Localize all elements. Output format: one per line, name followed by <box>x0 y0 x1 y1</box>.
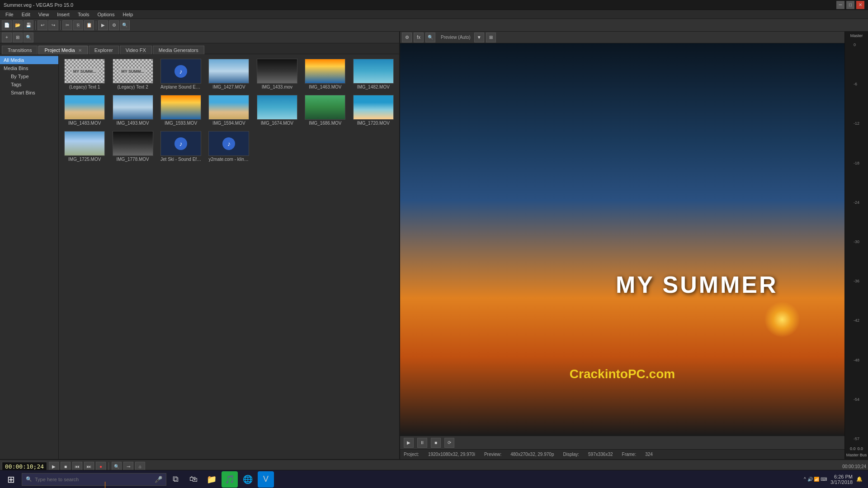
tree-item-media-bins[interactable]: Media Bins <box>0 64 58 72</box>
taskbar-app-vegas[interactable]: V <box>258 471 274 488</box>
media-item-img1725[interactable]: IMG_1725.MOV <box>62 130 107 163</box>
preview-toolbar: ⚙ fx 🔍 Preview (Auto) ▼ ⊞ <box>400 32 844 43</box>
preview-options-button[interactable]: ▼ <box>474 33 484 42</box>
preview-zoom-button[interactable]: 🔍 <box>425 33 435 42</box>
minimize-button[interactable]: ─ <box>836 1 844 9</box>
preview-grid-button[interactable]: ⊞ <box>486 33 496 42</box>
media-item-img1482[interactable]: IMG_1482.MOV <box>351 58 396 90</box>
media-thumb <box>113 95 153 120</box>
open-button[interactable]: 📂 <box>13 20 23 30</box>
media-thumb <box>257 95 297 120</box>
tree-item-smart-bins[interactable]: Smart Bins <box>0 89 58 97</box>
start-button[interactable]: ⊞ <box>2 470 20 488</box>
stop-button[interactable]: ■ <box>431 438 441 448</box>
properties-button[interactable]: ⚙ <box>109 20 119 30</box>
tab-transitions[interactable]: Transitions <box>2 46 38 54</box>
media-item-legacy-text1[interactable]: MY SUMM... (Legacy) Text 1 <box>62 58 107 90</box>
save-button[interactable]: 💾 <box>24 20 33 30</box>
media-toolbar: + ⊞ 🔍 <box>0 32 399 43</box>
tab-media-generators[interactable]: Media Generators <box>153 46 204 54</box>
media-item-jetski-sound[interactable]: ♪ Jet Ski - Sound Effects.mp3 <box>159 130 203 163</box>
menu-help[interactable]: Help <box>119 11 137 18</box>
tree-item-all-media[interactable]: All Media <box>0 56 58 64</box>
menu-tools[interactable]: Tools <box>74 11 93 18</box>
media-item-airplane-sound[interactable]: ♪ Airplane Sound Effect.mp3 <box>159 58 203 90</box>
menu-file[interactable]: File <box>2 11 17 18</box>
media-label: IMG_1593.MOV <box>165 121 197 126</box>
taskbar-app-task-view[interactable]: ⧉ <box>167 471 184 488</box>
menu-insert[interactable]: Insert <box>53 11 73 18</box>
close-button[interactable]: ✕ <box>856 1 864 9</box>
media-thumb <box>305 59 345 84</box>
zoom-button[interactable]: 🔍 <box>120 20 130 30</box>
media-item-img1593[interactable]: IMG_1593.MOV <box>159 94 203 127</box>
media-tb-add[interactable]: + <box>2 33 12 42</box>
preview-settings-button[interactable]: ⚙ <box>402 33 412 42</box>
tree-item-by-type[interactable]: By Type <box>0 72 58 80</box>
redo-button[interactable]: ↪ <box>48 20 58 30</box>
cut-button[interactable]: ✂ <box>62 20 72 30</box>
preview-info-label: Preview: <box>484 452 501 457</box>
media-tb-search[interactable]: 🔍 <box>24 33 33 42</box>
media-thumb <box>64 95 105 120</box>
undo-button[interactable]: ↩ <box>38 20 47 30</box>
right-container: ⚙ fx 🔍 Preview (Auto) ▼ ⊞ MY SUMMER Crac… <box>400 32 868 459</box>
media-item-img1483[interactable]: IMG_1483.MOV <box>62 94 107 127</box>
taskbar-app-spotify[interactable]: 🎵 <box>222 471 238 488</box>
paste-button[interactable]: 📋 <box>84 20 94 30</box>
menu-edit[interactable]: Edit <box>18 11 34 18</box>
media-item-img1463[interactable]: IMG_1463.MOV <box>303 58 347 90</box>
copy-button[interactable]: ⎘ <box>73 20 83 30</box>
tree-item-label: All Media <box>4 57 24 63</box>
taskbar-app-explorer[interactable]: 📁 <box>203 471 220 488</box>
media-item-y2mate[interactable]: ♪ y2mate.com - klingande_jubel_origin... <box>207 130 251 163</box>
media-item-img1433[interactable]: IMG_1433.mov <box>255 58 299 90</box>
media-item-img1720[interactable]: IMG_1720.MOV <box>351 94 396 127</box>
taskbar-app-chrome[interactable]: 🌐 <box>240 471 256 488</box>
toolbar-sep-1 <box>35 21 36 30</box>
media-label: IMG_1483.MOV <box>68 121 101 126</box>
maximize-button[interactable]: □ <box>846 1 854 9</box>
tree-item-tags[interactable]: Tags <box>0 80 58 89</box>
loop-button[interactable]: ⟳ <box>444 438 454 448</box>
tab-project-media[interactable]: Project Media ✕ <box>38 46 87 54</box>
menu-options[interactable]: Options <box>94 11 118 18</box>
media-item-img1778[interactable]: IMG_1778.MOV <box>110 130 155 163</box>
media-item-legacy-text2[interactable]: MY SUMM... (Legacy) Text 2 <box>110 58 155 90</box>
media-item-img1594[interactable]: IMG_1594.MOV <box>207 94 251 127</box>
play-button[interactable]: ▶ <box>404 438 414 448</box>
menu-view[interactable]: View <box>35 11 53 18</box>
taskbar-app-store[interactable]: 🛍 <box>185 471 202 488</box>
taskbar-right: ^ 🔊 📶 ⌨ 6:26 PM 3/17/2018 🔔 <box>804 474 866 485</box>
taskbar: ⊞ 🔍 🎤 ⧉ 🛍 📁 🎵 🌐 V ^ 🔊 📶 ⌨ 6:26 PM 3/17/2… <box>0 470 868 488</box>
pause-button[interactable]: ⏸ <box>417 438 427 448</box>
media-item-img1686[interactable]: IMG_1686.MOV <box>303 94 347 127</box>
media-label: IMG_1427.MOV <box>212 84 245 89</box>
media-grid: MY SUMM... (Legacy) Text 1 MY SUMM... (L… <box>59 54 399 459</box>
tab-video-fx[interactable]: Video FX <box>120 46 152 54</box>
sun-element <box>764 301 800 338</box>
frame-label: Frame: <box>622 452 637 457</box>
audio-icon: ♪ <box>175 65 187 78</box>
search-bar[interactable]: 🔍 🎤 <box>22 473 166 486</box>
media-label: y2mate.com - klingande_jubel_origin... <box>208 157 249 162</box>
media-label: IMG_1778.MOV <box>117 157 149 162</box>
new-button[interactable]: 📄 <box>2 20 12 30</box>
search-input[interactable] <box>35 477 152 482</box>
media-tb-view[interactable]: ⊞ <box>13 33 23 42</box>
preview-area: MY SUMMER CrackintoPC.com <box>400 43 844 436</box>
tree-item-label: Tags <box>11 82 21 87</box>
media-item-img1427[interactable]: IMG_1427.MOV <box>207 58 251 90</box>
media-item-img1493[interactable]: IMG_1493.MOV <box>110 94 155 127</box>
render-button[interactable]: ▶ <box>98 20 108 30</box>
mic-icon: 🎤 <box>155 476 162 483</box>
audio-icon: ♪ <box>222 137 235 150</box>
vu-value-left: 0.0 <box>850 446 856 451</box>
preview-fx-button[interactable]: fx <box>414 33 424 42</box>
tab-explorer[interactable]: Explorer <box>89 46 119 54</box>
media-thumb: ♪ <box>160 59 201 84</box>
frame-value: 324 <box>645 452 653 457</box>
tab-close-icon[interactable]: ✕ <box>78 48 82 53</box>
playhead <box>105 482 105 488</box>
media-item-img1674[interactable]: IMG_1674.MOV <box>255 94 299 127</box>
